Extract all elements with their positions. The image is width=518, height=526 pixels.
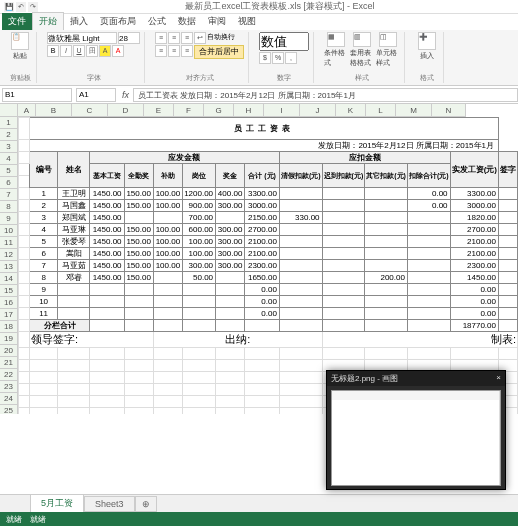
cell[interactable] — [183, 296, 216, 308]
cell[interactable]: 11 — [30, 308, 58, 320]
cell[interactable] — [30, 372, 58, 384]
cell[interactable] — [183, 396, 216, 408]
tab-view[interactable]: 视图 — [232, 13, 262, 30]
cell[interactable] — [124, 284, 153, 296]
cell[interactable]: 9 — [30, 284, 58, 296]
border-button[interactable]: 田 — [86, 45, 98, 57]
cell[interactable] — [183, 320, 216, 332]
currency-button[interactable]: $ — [259, 52, 271, 64]
cell[interactable] — [153, 348, 182, 360]
cell[interactable]: 马国鑫 — [58, 200, 90, 212]
cell[interactable] — [90, 360, 125, 372]
cell[interactable]: 岗位 — [183, 164, 216, 188]
cell[interactable] — [19, 224, 30, 236]
cell[interactable] — [153, 384, 182, 396]
cell[interactable]: 马亚茹 — [58, 260, 90, 272]
cell[interactable] — [19, 284, 30, 296]
cell[interactable] — [407, 284, 450, 296]
cell[interactable] — [124, 320, 153, 332]
cell[interactable]: 0.00 — [245, 296, 280, 308]
cell[interactable]: 0.00 — [245, 284, 280, 296]
cell[interactable] — [322, 308, 365, 320]
row-header[interactable]: 3 — [0, 141, 18, 153]
cell[interactable] — [19, 188, 30, 200]
cell[interactable]: 1650.00 — [245, 272, 280, 284]
cell[interactable] — [365, 320, 408, 332]
cell[interactable] — [407, 320, 450, 332]
cell[interactable]: 基本工资 — [90, 164, 125, 188]
row-header[interactable]: 2 — [0, 129, 18, 141]
cell[interactable] — [30, 384, 58, 396]
cell[interactable] — [124, 396, 153, 408]
cell[interactable] — [279, 200, 322, 212]
cell[interactable] — [245, 408, 280, 415]
cell[interactable]: 3300.00 — [450, 188, 498, 200]
cell[interactable] — [322, 236, 365, 248]
cell[interactable]: 3 — [30, 212, 58, 224]
cell[interactable]: 1450.00 — [90, 200, 125, 212]
cell[interactable]: 100.00 — [183, 248, 216, 260]
row-header[interactable]: 24 — [0, 393, 18, 405]
col-header[interactable]: H — [234, 104, 264, 117]
cell[interactable] — [124, 308, 153, 320]
col-header[interactable]: D — [108, 104, 144, 117]
cell[interactable]: 0.00 — [450, 308, 498, 320]
cell[interactable]: 0.00 — [245, 308, 280, 320]
cell[interactable] — [407, 296, 450, 308]
cell[interactable]: 发放日期：2015年2月12日 所属日期：2015年1月 — [30, 140, 499, 152]
cell[interactable] — [499, 348, 518, 360]
bold-button[interactable]: B — [47, 45, 59, 57]
cell[interactable] — [499, 188, 518, 200]
cell[interactable]: 2150.00 — [245, 212, 280, 224]
cell[interactable]: 300.00 — [216, 248, 245, 260]
tab-data[interactable]: 数据 — [172, 13, 202, 30]
cell[interactable] — [30, 360, 58, 372]
cell[interactable] — [19, 236, 30, 248]
cell[interactable] — [90, 408, 125, 415]
cell[interactable] — [407, 212, 450, 224]
row-header[interactable]: 8 — [0, 201, 18, 213]
cell[interactable] — [183, 372, 216, 384]
cell[interactable] — [499, 284, 518, 296]
cell[interactable]: 清假扣款(元) — [279, 164, 322, 188]
cell[interactable] — [245, 372, 280, 384]
cell[interactable]: 编号 — [30, 152, 58, 188]
row-header[interactable]: 19 — [0, 333, 18, 345]
cell[interactable] — [499, 272, 518, 284]
tab-insert[interactable]: 插入 — [64, 13, 94, 30]
cell[interactable]: 出纳: — [153, 332, 322, 348]
row-header[interactable]: 25 — [0, 405, 18, 414]
cell[interactable] — [90, 296, 125, 308]
cell[interactable] — [365, 236, 408, 248]
cell[interactable] — [279, 284, 322, 296]
col-header[interactable]: F — [174, 104, 204, 117]
cell[interactable]: 150.00 — [124, 248, 153, 260]
row-header[interactable]: 17 — [0, 309, 18, 321]
cell[interactable] — [183, 360, 216, 372]
cell[interactable]: 2300.00 — [245, 260, 280, 272]
cell[interactable] — [58, 408, 90, 415]
cell[interactable] — [322, 188, 365, 200]
cell[interactable] — [365, 224, 408, 236]
cell[interactable] — [407, 260, 450, 272]
cell[interactable] — [30, 396, 58, 408]
cell[interactable] — [90, 320, 125, 332]
align-bot[interactable]: ≡ — [181, 32, 193, 44]
cell[interactable] — [499, 236, 518, 248]
qa-undo-icon[interactable]: ↶ — [16, 2, 26, 12]
cell[interactable] — [279, 224, 322, 236]
cell[interactable] — [499, 296, 518, 308]
cell[interactable]: 2100.00 — [245, 236, 280, 248]
cell[interactable] — [183, 384, 216, 396]
row-header[interactable]: 23 — [0, 381, 18, 393]
cell[interactable]: 2100.00 — [245, 248, 280, 260]
fx-icon[interactable]: fx — [118, 90, 133, 100]
cell[interactable]: 100.00 — [153, 188, 182, 200]
cell[interactable] — [279, 396, 322, 408]
cell[interactable] — [153, 360, 182, 372]
row-header[interactable]: 4 — [0, 153, 18, 165]
cell[interactable] — [365, 348, 408, 360]
cell[interactable]: 400.00 — [216, 188, 245, 200]
cell[interactable] — [365, 284, 408, 296]
cell[interactable]: 0.00 — [407, 188, 450, 200]
